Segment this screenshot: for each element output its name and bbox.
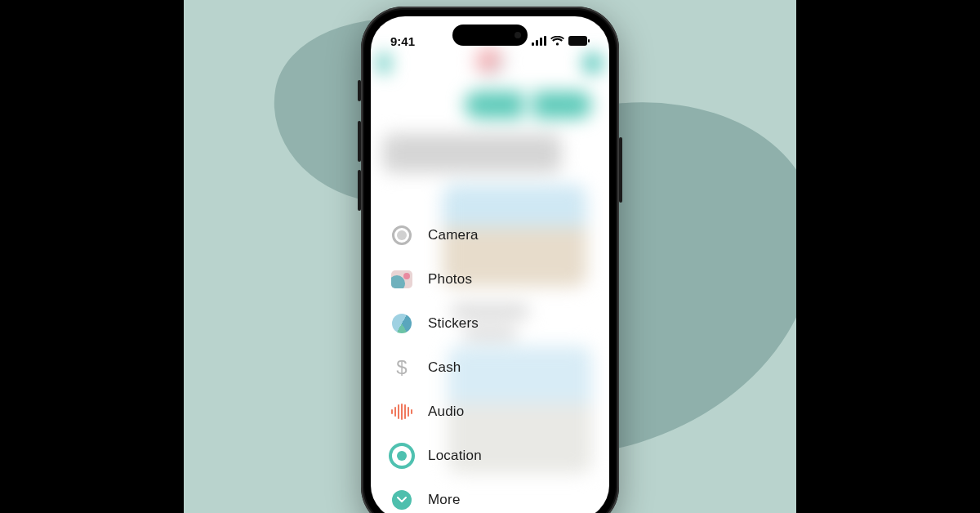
phone-screen: 9:41	[371, 16, 609, 513]
menu-item-audio[interactable]: Audio	[385, 390, 519, 433]
svg-rect-9	[401, 404, 403, 420]
backdrop-panel: 9:41	[184, 0, 796, 513]
back-button-blurred	[378, 54, 390, 73]
menu-item-camera[interactable]: Camera	[385, 214, 519, 256]
svg-rect-0	[532, 42, 534, 46]
svg-rect-2	[540, 38, 542, 46]
svg-rect-5	[588, 39, 590, 42]
status-time: 9:41	[390, 34, 415, 48]
svg-rect-11	[408, 407, 409, 417]
svg-rect-12	[411, 409, 412, 414]
menu-item-label: Photos	[428, 271, 472, 288]
menu-item-label: Cash	[428, 359, 461, 376]
menu-item-label: Location	[428, 448, 482, 464]
volume-down-button	[358, 170, 361, 211]
menu-item-label: More	[428, 492, 461, 508]
menu-item-label: Audio	[428, 404, 464, 420]
power-button	[619, 137, 622, 203]
menu-item-label: Camera	[428, 227, 479, 243]
wifi-icon	[550, 36, 564, 46]
svg-rect-4	[568, 36, 587, 46]
svg-rect-6	[391, 409, 393, 414]
svg-rect-3	[544, 36, 546, 46]
compose-button-blurred	[583, 54, 602, 73]
svg-rect-1	[536, 40, 538, 46]
photos-icon	[390, 268, 413, 291]
menu-item-location[interactable]: Location	[385, 435, 519, 477]
cellular-icon	[532, 36, 546, 46]
mute-switch	[358, 80, 361, 101]
menu-item-photos[interactable]: Photos	[385, 258, 519, 301]
menu-item-stickers[interactable]: Stickers	[385, 302, 519, 345]
chip-blurred	[465, 91, 592, 118]
stage: 9:41	[0, 0, 980, 513]
attachment-menu: Camera Photos Stickers $ Cash	[385, 214, 519, 513]
status-indicators	[532, 36, 590, 46]
audio-icon	[390, 400, 413, 423]
svg-rect-7	[394, 407, 396, 417]
phone-frame: 9:41	[361, 7, 619, 513]
dynamic-island	[452, 25, 528, 46]
menu-item-more[interactable]: More	[385, 479, 519, 513]
volume-up-button	[358, 121, 361, 162]
battery-icon	[568, 36, 590, 46]
stickers-icon	[390, 312, 413, 335]
chevron-down-icon	[397, 497, 407, 503]
location-icon	[390, 444, 413, 467]
camera-icon	[390, 224, 413, 247]
svg-rect-10	[404, 404, 406, 419]
cash-icon: $	[390, 356, 413, 379]
more-icon	[390, 488, 413, 511]
menu-item-label: Stickers	[428, 315, 479, 332]
menu-item-cash[interactable]: $ Cash	[385, 346, 519, 389]
svg-rect-8	[398, 404, 399, 419]
message-blurred	[383, 134, 561, 173]
